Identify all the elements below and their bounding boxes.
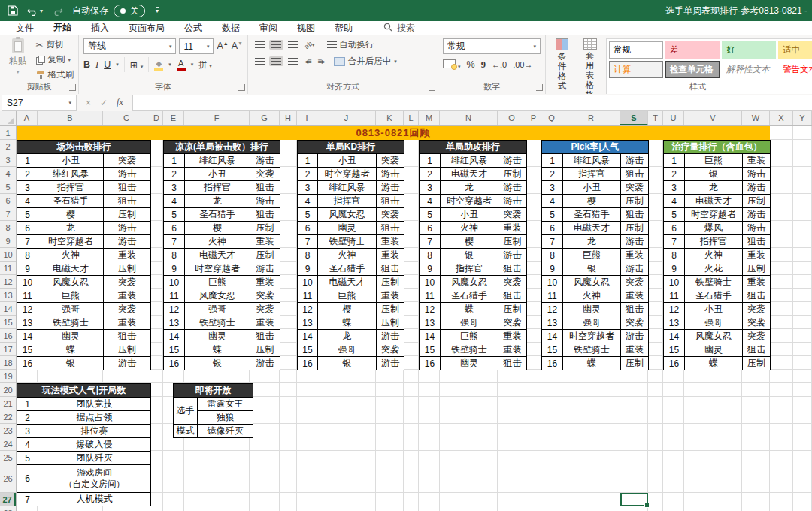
row-header-25[interactable]: 25 xyxy=(0,451,16,464)
rank-cell[interactable]: 12 xyxy=(664,303,685,316)
class-cell[interactable]: 突袭 xyxy=(498,208,527,222)
player-cell[interactable]: 火神 xyxy=(38,249,104,262)
class-cell[interactable]: 重装 xyxy=(498,343,527,357)
rank-cell[interactable]: 1 xyxy=(164,154,185,168)
format-painter-button[interactable]: 格式刷 xyxy=(36,68,74,81)
row-header-9[interactable]: 9 xyxy=(0,234,16,248)
player-cell[interactable]: 电磁天才 xyxy=(185,249,250,262)
player-cell[interactable]: 幽灵 xyxy=(185,330,250,343)
rank-cell[interactable]: 1 xyxy=(17,398,38,411)
class-cell[interactable]: 游击 xyxy=(250,154,280,168)
column-header-A[interactable]: A xyxy=(17,111,38,125)
player-cell[interactable]: 强哥 xyxy=(563,316,621,330)
rank-cell[interactable]: 1 xyxy=(420,154,441,168)
rank-cell[interactable]: 1 xyxy=(542,154,563,168)
player-cell[interactable]: 绯红风暴 xyxy=(441,154,498,168)
mode-cell[interactable]: 排位赛 xyxy=(38,425,151,438)
increase-decimal-button[interactable]: ←.0 xyxy=(492,60,507,69)
rank-cell[interactable]: 10 xyxy=(17,276,38,289)
menu-tab-7[interactable]: 视图 xyxy=(287,21,325,35)
player-cell[interactable]: 风魔女忍 xyxy=(441,276,498,289)
column-header-P[interactable]: P xyxy=(526,111,541,125)
class-cell[interactable]: 游击 xyxy=(621,154,649,168)
row-header-6[interactable]: 6 xyxy=(0,194,16,207)
row-header-17[interactable]: 17 xyxy=(0,343,16,356)
rank-cell[interactable]: 15 xyxy=(420,343,441,357)
player-cell[interactable]: 蝶 xyxy=(318,316,377,330)
number-format-select[interactable]: 常规 ▾ xyxy=(443,38,541,54)
class-cell[interactable]: 游击 xyxy=(498,195,527,208)
player-cell[interactable]: 指挥官 xyxy=(38,181,104,195)
copy-button[interactable]: 复制 ▾ xyxy=(36,53,74,66)
class-cell[interactable]: 压制 xyxy=(743,195,771,208)
rank-cell[interactable]: 4 xyxy=(664,195,685,208)
cells-area[interactable]: 0813-0821回顾场均击败排行1小丑突袭2绯红风暴游击3指挥官狙击4圣石猎手… xyxy=(17,126,812,511)
column-header-U[interactable]: U xyxy=(663,111,684,125)
fill-color-button[interactable]: ◆ xyxy=(154,59,163,71)
player-cell[interactable]: 巨熊 xyxy=(38,289,104,303)
rank-cell[interactable]: 5 xyxy=(664,208,685,222)
increase-indent-button[interactable]: ≡▸ xyxy=(316,56,327,67)
row-header-12[interactable]: 12 xyxy=(0,275,16,289)
rank-cell[interactable]: 9 xyxy=(17,262,38,276)
row-header-22[interactable]: 22 xyxy=(0,410,16,424)
class-cell[interactable]: 突袭 xyxy=(104,154,151,168)
italic-button[interactable]: I xyxy=(95,59,98,71)
rank-cell[interactable]: 15 xyxy=(164,343,185,357)
row-header-18[interactable]: 18 xyxy=(0,356,16,370)
rank-cell[interactable]: 7 xyxy=(17,235,38,249)
rank-cell[interactable]: 14 xyxy=(298,330,318,343)
class-cell[interactable]: 狙击 xyxy=(250,181,280,195)
rank-cell[interactable]: 9 xyxy=(298,262,318,276)
rank-cell[interactable]: 8 xyxy=(420,249,441,262)
rank-cell[interactable]: 14 xyxy=(542,330,563,343)
column-header-V[interactable]: V xyxy=(684,111,742,125)
rank-cell[interactable]: 3 xyxy=(664,181,685,195)
class-cell[interactable]: 游击 xyxy=(377,168,404,181)
row-header-23[interactable]: 23 xyxy=(0,424,16,437)
shrink-font-button[interactable]: A▼ xyxy=(232,41,243,51)
rank-cell[interactable]: 6 xyxy=(164,222,185,235)
row-header-15[interactable]: 15 xyxy=(0,316,16,329)
style-cell[interactable]: 好 xyxy=(722,41,776,59)
rank-cell[interactable]: 16 xyxy=(164,357,185,370)
class-cell[interactable]: 游击 xyxy=(104,222,151,235)
align-top-button[interactable] xyxy=(253,40,267,50)
player-cell[interactable]: 风魔女忍 xyxy=(685,330,743,343)
align-left-button[interactable] xyxy=(253,56,267,66)
font-name-select[interactable]: 等线 ▾ xyxy=(83,38,176,54)
class-cell[interactable]: 突袭 xyxy=(621,181,649,195)
player-cell[interactable]: 铁壁骑士 xyxy=(441,343,498,357)
class-cell[interactable]: 重装 xyxy=(621,343,649,357)
class-cell[interactable]: 突袭 xyxy=(743,303,771,316)
column-header-M[interactable]: M xyxy=(419,111,440,125)
class-cell[interactable]: 突袭 xyxy=(621,316,649,330)
rank-cell[interactable]: 12 xyxy=(420,303,441,316)
player-cell[interactable]: 时空穿越者 xyxy=(563,330,621,343)
rank-cell[interactable]: 8 xyxy=(164,249,185,262)
rank-cell[interactable]: 2 xyxy=(542,168,563,181)
player-cell[interactable]: 龙 xyxy=(685,181,743,195)
rank-cell[interactable]: 6 xyxy=(17,465,38,493)
rank-cell[interactable]: 7 xyxy=(164,235,185,249)
rank-cell[interactable]: 2 xyxy=(17,411,38,425)
player-cell[interactable]: 风魔女忍 xyxy=(318,208,377,222)
player-cell[interactable]: 铁壁骑士 xyxy=(685,276,743,289)
upcoming-label-cell[interactable]: 模式 xyxy=(174,425,198,438)
rank-cell[interactable]: 5 xyxy=(17,208,38,222)
column-header-T[interactable]: T xyxy=(648,111,663,125)
insert-function-icon[interactable]: fx xyxy=(117,97,123,108)
class-cell[interactable]: 游击 xyxy=(377,357,404,370)
class-cell[interactable]: 重装 xyxy=(498,222,527,235)
rank-cell[interactable]: 14 xyxy=(420,330,441,343)
player-cell[interactable]: 幽灵 xyxy=(685,343,743,357)
rank-cell[interactable]: 16 xyxy=(298,357,318,370)
column-header-G[interactable]: G xyxy=(250,111,280,125)
class-cell[interactable]: 游击 xyxy=(104,357,151,370)
upcoming-value-cell[interactable]: 雷霆女王 xyxy=(198,398,253,411)
rank-cell[interactable]: 8 xyxy=(17,249,38,262)
class-cell[interactable]: 狙击 xyxy=(621,168,649,181)
class-cell[interactable]: 重装 xyxy=(621,249,649,262)
autosave-toggle[interactable]: 自动保存 关 xyxy=(72,5,145,17)
rank-cell[interactable]: 7 xyxy=(664,235,685,249)
